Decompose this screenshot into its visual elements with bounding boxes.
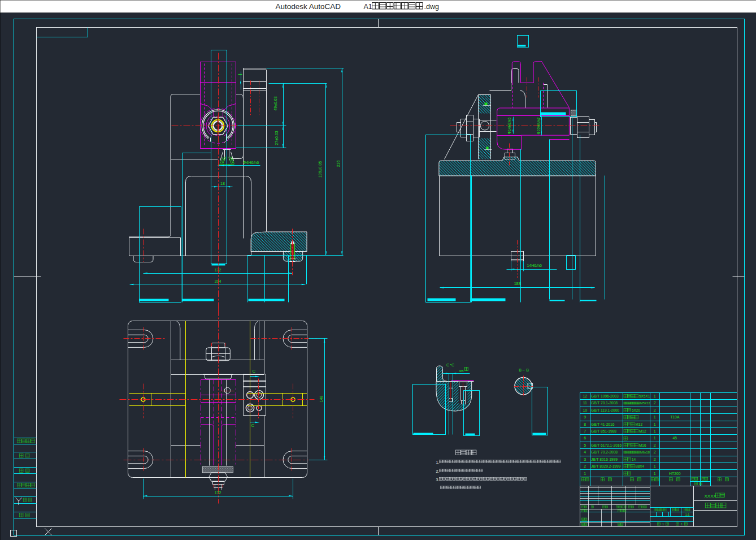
- svg-text:3: 3: [584, 457, 586, 461]
- svg-text:8: 8: [584, 422, 586, 426]
- svg-text:27±0.03: 27±0.03: [275, 131, 279, 145]
- svg-text:GB/T 70.2-2008: GB/T 70.2-2008: [591, 450, 618, 454]
- svg-text:T10A: T10A: [670, 415, 680, 419]
- svg-text:C: C: [451, 363, 454, 367]
- svg-text:14: 14: [632, 457, 636, 461]
- svg-text:C: C: [251, 423, 255, 428]
- svg-text:2: 2: [654, 457, 656, 461]
- svg-text:JB/T 8016-1999: JB/T 8016-1999: [591, 457, 618, 461]
- svg-text:14H6/h6: 14H6/h6: [527, 263, 542, 267]
- svg-text:GB/T 1096-2003: GB/T 1096-2003: [591, 394, 619, 398]
- svg-text:C: C: [253, 369, 256, 374]
- svg-text:GB/T 851-1988: GB/T 851-1988: [591, 429, 616, 433]
- svg-text:2: 2: [584, 464, 586, 468]
- svg-text:10: 10: [583, 408, 587, 412]
- svg-text:3.: 3.: [436, 478, 440, 482]
- svg-text:M5X12: M5X12: [640, 401, 650, 405]
- svg-text:216: 216: [336, 161, 340, 167]
- svg-text:1: 1: [662, 522, 664, 526]
- svg-text:1: 1: [681, 522, 683, 526]
- svg-text:4: 4: [584, 450, 586, 454]
- svg-text:GB/T 6172.1-2016: GB/T 6172.1-2016: [591, 443, 622, 447]
- svg-text:1: 1: [654, 415, 656, 419]
- svg-text:49±0.03: 49±0.03: [273, 96, 277, 110]
- svg-text:2: 2: [654, 401, 656, 405]
- svg-text:6X20: 6X20: [632, 408, 640, 412]
- svg-text:M16: M16: [639, 443, 646, 447]
- svg-text:1: 1: [654, 464, 656, 468]
- svg-text:1:1: 1:1: [685, 513, 690, 516]
- svg-text:2: 2: [654, 443, 656, 447]
- svg-text:1: 1: [654, 394, 656, 398]
- svg-text:Φ14H7/k6: Φ14H7/k6: [507, 117, 511, 134]
- svg-text:M6x18: M6x18: [640, 451, 650, 454]
- svg-text:172: 172: [215, 491, 221, 495]
- svg-text:12: 12: [583, 394, 587, 398]
- svg-text:Φ4H6/h6: Φ4H6/h6: [243, 161, 259, 165]
- svg-text:2: 2: [654, 408, 656, 412]
- svg-text:1: 1: [654, 436, 656, 440]
- svg-text:2: 2: [654, 450, 656, 454]
- svg-text:5X5X1: 5X5X1: [639, 394, 650, 398]
- svg-text:C: C: [446, 363, 449, 367]
- svg-text:Φ22H8/h7: Φ22H8/h7: [537, 117, 541, 134]
- svg-text:1.: 1.: [436, 460, 440, 464]
- svg-text:GB/T 119.1-2000: GB/T 119.1-2000: [591, 408, 619, 412]
- svg-text:1: 1: [654, 422, 656, 426]
- svg-text:M12: M12: [639, 429, 646, 433]
- svg-text:6: 6: [584, 436, 586, 440]
- svg-text:1: 1: [654, 429, 656, 433]
- svg-text:B: B: [519, 368, 522, 372]
- svg-text:199±0.05: 199±0.05: [318, 161, 322, 178]
- svg-text:18: 18: [220, 182, 225, 185]
- svg-text:JB/T 8029.2-1999: JB/T 8029.2-1999: [591, 464, 621, 468]
- svg-text:GB/T 70.1-2008: GB/T 70.1-2008: [591, 401, 618, 405]
- svg-text:204: 204: [215, 279, 221, 283]
- svg-text:Φ5: Φ5: [459, 369, 464, 373]
- svg-text:M12: M12: [636, 422, 643, 426]
- svg-text:B: B: [526, 368, 529, 372]
- svg-text:7: 7: [584, 429, 586, 433]
- svg-text:B8X4: B8X4: [636, 464, 645, 468]
- svg-text:5: 5: [584, 443, 586, 447]
- svg-text:2.: 2.: [436, 469, 440, 473]
- svg-text:.dwg: .dwg: [424, 3, 439, 11]
- svg-text:GB/T 41-2016: GB/T 41-2016: [591, 422, 615, 426]
- svg-text:9: 9: [584, 415, 586, 419]
- svg-text:HT200: HT200: [669, 472, 681, 476]
- svg-text:172: 172: [215, 268, 221, 272]
- svg-text:1: 1: [584, 472, 586, 476]
- svg-text:A1: A1: [364, 3, 372, 11]
- svg-text:Autodesk AutoCAD: Autodesk AutoCAD: [276, 2, 341, 11]
- svg-text:45: 45: [673, 436, 677, 440]
- svg-text:148: 148: [319, 396, 323, 403]
- svg-text:11: 11: [583, 401, 587, 405]
- svg-text:XXXX: XXXX: [705, 494, 717, 499]
- svg-text:188: 188: [514, 282, 521, 286]
- svg-text:1: 1: [654, 472, 656, 476]
